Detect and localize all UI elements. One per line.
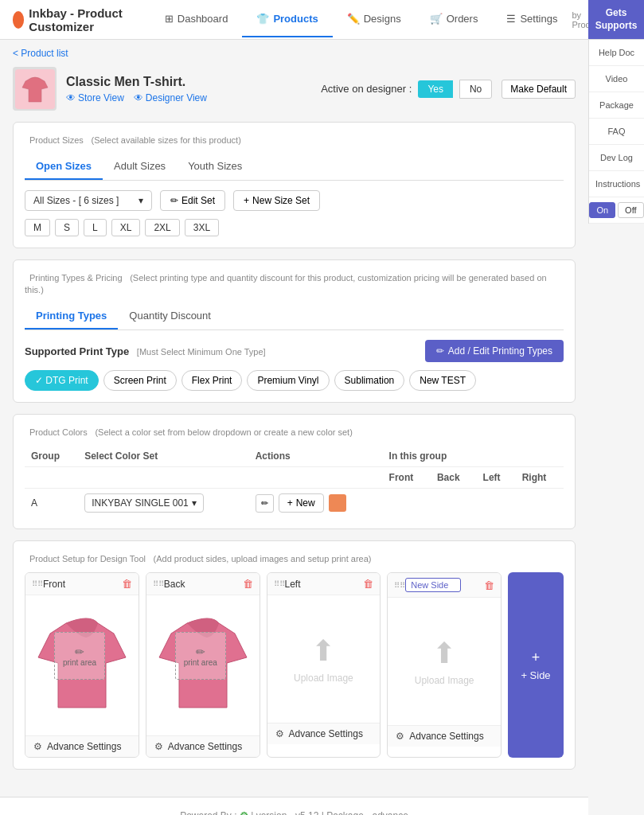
footer: Powered By : ⚙ | version - v5.12 | Packa… [0, 797, 588, 815]
new-side-footer: ⚙ Advance Settings [388, 725, 501, 747]
group-label: A [25, 489, 78, 518]
nav-orders[interactable]: 🛒 Orders [416, 2, 493, 37]
gear-icon-front[interactable]: ⚙ [33, 741, 42, 752]
dashboard-icon: ⊞ [165, 13, 174, 25]
delete-front-button[interactable]: 🗑 [122, 578, 132, 590]
side-card-back: ⠿⠿ Back 🗑 ✏ print area [146, 572, 260, 758]
front-tshirt: ✏ print area [32, 602, 132, 729]
print-type-sublimation[interactable]: Sublimation [334, 370, 405, 391]
product-image [19, 73, 51, 105]
back-footer: ⚙ Advance Settings [146, 735, 260, 757]
back-body: ✏ print area [146, 595, 260, 735]
front-print-area[interactable]: ✏ print area [54, 632, 105, 680]
settings-icon: ☰ [506, 13, 516, 25]
drag-handle-left[interactable]: ⠿⠿ [274, 579, 285, 588]
eye-icon: 👁 [66, 92, 76, 103]
tab-quantity-discount[interactable]: Quantity Discount [118, 303, 222, 330]
side-card-left: ⠿⠿ Left 🗑 ⬆ Upload Image ⚙ Advance Setti… [267, 572, 381, 758]
col-front: Front [383, 467, 431, 489]
nav-dashboard[interactable]: ⊞ Dashboard [150, 2, 243, 37]
product-colors-section: Product Colors (Select a color set from … [13, 414, 576, 529]
size-L[interactable]: L [84, 219, 107, 236]
drag-handle-front[interactable]: ⠿⠿ [32, 579, 43, 588]
size-3XL[interactable]: 3XL [185, 219, 219, 236]
size-badges: M S L XL 2XL 3XL [25, 219, 564, 236]
color-set-dropdown[interactable]: INKYBAY SINGLE 001 ▾ [84, 493, 204, 513]
product-info: Classic Men T-shirt. 👁 Store View 👁 Desi… [66, 75, 207, 103]
tab-adult-sizes[interactable]: Adult Sizes [103, 154, 177, 180]
edit-set-button[interactable]: ✏ Edit Set [160, 190, 225, 211]
product-setup-section: Product Setup for Design Tool (Add produ… [13, 540, 576, 770]
size-M[interactable]: M [25, 219, 50, 236]
delete-new-button[interactable]: 🗑 [484, 579, 494, 591]
left-body: ⬆ Upload Image [267, 595, 381, 723]
tab-open-sizes[interactable]: Open Sizes [25, 154, 103, 180]
toggle-on-button[interactable]: On [589, 202, 615, 218]
plus-side-icon: + [532, 649, 541, 666]
color-select-row: INKYBAY SINGLE 001 ▾ [84, 493, 242, 513]
product-thumbnail [13, 67, 57, 111]
orders-icon: 🛒 [430, 13, 443, 25]
eye-icon-2: 👁 [134, 92, 143, 103]
left-upload-area[interactable]: ⬆ Upload Image [278, 618, 369, 700]
pencil-icon-2: ✏ [436, 345, 444, 357]
package-button[interactable]: Package [589, 92, 644, 119]
printing-tabs: Printing Types Quantity Discount [25, 303, 564, 330]
new-side-upload-area[interactable]: ⬆ Upload Image [399, 621, 490, 702]
gear-icon-back[interactable]: ⚙ [154, 741, 163, 752]
drag-handle-back[interactable]: ⠿⠿ [153, 579, 164, 588]
nav-designs[interactable]: ✏️ Designs [333, 2, 416, 37]
col-actions: Actions [249, 446, 383, 467]
gear-icon-left[interactable]: ⚙ [275, 728, 284, 739]
sizes-title: Product Sizes (Select available sizes fo… [25, 134, 564, 146]
size-S[interactable]: S [55, 219, 79, 236]
no-button[interactable]: No [459, 80, 492, 99]
make-default-button[interactable]: Make Default [502, 80, 576, 99]
delete-back-button[interactable]: 🗑 [243, 578, 253, 590]
new-side-input[interactable] [405, 578, 461, 592]
pencil-icon-3: ✏ [75, 645, 84, 658]
breadcrumb[interactable]: Product list [13, 48, 576, 59]
pencil-icon-4: ✏ [196, 645, 205, 658]
video-button[interactable]: Video [589, 66, 644, 92]
size-XL[interactable]: XL [111, 219, 141, 236]
faq-button[interactable]: FAQ [589, 119, 644, 145]
tab-youth-sizes[interactable]: Youth Sizes [177, 154, 253, 180]
add-edit-printing-button[interactable]: ✏ Add / Edit Printing Types [425, 340, 564, 362]
chevron-icon: ▾ [192, 497, 197, 509]
dev-log-button[interactable]: Dev Log [589, 145, 644, 171]
designer-view-link[interactable]: 👁 Designer View [134, 92, 207, 103]
new-size-set-button[interactable]: + New Size Set [233, 190, 320, 211]
drag-handle-new[interactable]: ⠿⠿ [394, 581, 405, 590]
back-print-area[interactable]: ✏ print area [175, 632, 226, 680]
gear-icon-new[interactable]: ⚙ [396, 731, 404, 742]
sizes-tabs: Open Sizes Adult Sizes Youth Sizes [25, 154, 564, 181]
print-type-flex[interactable]: Flex Print [181, 370, 243, 391]
print-type-vinyl[interactable]: Premium Vinyl [247, 370, 329, 391]
delete-left-button[interactable]: 🗑 [363, 578, 373, 590]
edit-color-button[interactable]: ✏ [256, 494, 274, 513]
left-cell [477, 489, 516, 518]
nav-products[interactable]: 👕 Products [242, 2, 332, 37]
size-2XL[interactable]: 2XL [145, 219, 179, 236]
help-doc-button[interactable]: Help Doc [589, 40, 644, 66]
left-header: ⠿⠿ Left 🗑 [267, 573, 381, 595]
yes-button[interactable]: Yes [418, 80, 453, 98]
get-support-button[interactable]: Gets Supports [588, 0, 644, 39]
new-color-button[interactable]: + New [279, 493, 324, 513]
color-swatch[interactable] [329, 494, 346, 512]
size-set-dropdown[interactable]: All Sizes - [ 6 sizes ] ▾ [25, 190, 152, 211]
nav-settings[interactable]: ☰ Settings [492, 2, 572, 37]
print-type-new-test[interactable]: New TEST [409, 370, 476, 391]
instructions-toggle: On Off [589, 197, 644, 224]
print-type-screen[interactable]: Screen Print [103, 370, 177, 391]
add-side-button[interactable]: + + Side [508, 572, 564, 758]
product-name: Classic Men T-shirt. [66, 75, 207, 89]
tab-printing-types[interactable]: Printing Types [25, 303, 118, 330]
front-body: ✏ print area [25, 595, 139, 735]
print-type-dtg[interactable]: ✓ DTG Print [25, 370, 99, 391]
active-label: Active on designer : [321, 83, 412, 95]
toggle-off-button[interactable]: Off [618, 202, 643, 218]
store-view-link[interactable]: 👁 Store View [66, 92, 124, 103]
chevron-down-icon: ▾ [139, 195, 143, 206]
